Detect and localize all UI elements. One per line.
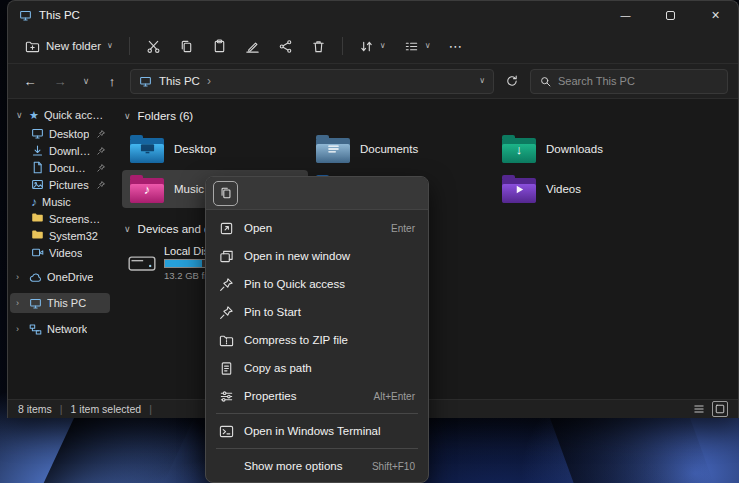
folders-group-header[interactable]: ∨ Folders (6) (124, 107, 738, 125)
properties-icon (219, 389, 234, 404)
cut-button[interactable] (139, 34, 168, 59)
refresh-icon (505, 74, 519, 88)
chevron-down-icon: ∨ (124, 225, 131, 234)
copy-icon (179, 39, 194, 54)
down-arrow-glyph: ↓ (502, 135, 536, 163)
sidebar-item-this-pc[interactable]: › This PC (10, 293, 110, 313)
copy-icon (219, 186, 233, 200)
minimize-button[interactable]: — (603, 1, 648, 29)
sidebar-item-videos[interactable]: Videos (10, 244, 110, 261)
sidebar-item-pictures[interactable]: Pictures (10, 176, 110, 193)
menu-item-open-in-windows-terminal[interactable]: Open in Windows Terminal (210, 417, 424, 445)
sidebar-item-screenshots[interactable]: Screenshots (10, 210, 110, 227)
sidebar-item-documents[interactable]: Documents (10, 159, 110, 176)
sort-button[interactable]: ∨ (352, 34, 393, 59)
copy-button[interactable] (172, 34, 201, 59)
more-options-button[interactable]: ⋯ (442, 33, 471, 59)
folder-name: Videos (546, 183, 581, 195)
address-bar[interactable]: This PC › ∨ (130, 69, 494, 94)
view-icon (404, 39, 419, 54)
search-icon (539, 75, 552, 88)
menu-separator (216, 413, 418, 414)
close-icon: × (711, 7, 719, 23)
menu-item-label: Properties (244, 390, 296, 402)
sidebar-item-downloads[interactable]: Downloads (10, 142, 110, 159)
menu-item-label: Open (244, 222, 272, 234)
chevron-right-icon[interactable]: › (16, 324, 24, 334)
close-button[interactable]: × (693, 1, 738, 29)
paste-icon (212, 39, 227, 54)
sidebar-item-network[interactable]: › Network (10, 319, 110, 339)
music-note-glyph: ♪ (130, 175, 164, 203)
monitor-icon (31, 127, 44, 140)
folder-name: Desktop (174, 143, 216, 155)
breadcrumb[interactable]: This PC (159, 75, 200, 87)
sidebar-item-label: Quick access (44, 109, 106, 121)
context-menu: Open Enter Open in new window Pin to Qui… (205, 176, 429, 483)
delete-button[interactable] (304, 34, 333, 59)
menu-icon-spacer (219, 459, 234, 474)
menu-item-open[interactable]: Open Enter (210, 214, 424, 242)
folder-name: Music (174, 183, 204, 195)
copy-button[interactable] (213, 181, 238, 206)
capacity-fill (165, 260, 202, 267)
titlebar[interactable]: This PC — × (8, 1, 738, 29)
up-button[interactable]: ↑ (100, 69, 124, 93)
menu-item-shortcut: Shift+F10 (372, 461, 415, 472)
back-button[interactable]: ← (18, 69, 42, 93)
chevron-right-icon[interactable]: › (16, 298, 24, 308)
folder-tile-documents[interactable]: Documents (308, 130, 494, 168)
sidebar-item-label: System32 (49, 230, 98, 242)
chevron-down-icon: ∨ (107, 42, 113, 50)
large-icons-view-button[interactable] (712, 401, 728, 417)
back-icon: ← (24, 74, 37, 89)
chevron-down-icon: ∨ (124, 112, 131, 121)
address-dropdown-icon[interactable]: ∨ (479, 77, 485, 85)
menu-item-compress-to-zip[interactable]: Compress to ZIP file (210, 326, 424, 354)
rename-button[interactable] (238, 34, 267, 59)
videos-folder-icon (502, 175, 536, 203)
pin-icon (96, 180, 106, 190)
folder-tile-desktop[interactable]: Desktop (122, 130, 308, 168)
navigation-bar: ← → ∨ ↑ This PC › ∨ (8, 64, 738, 99)
sidebar-item-system32[interactable]: System32 (10, 227, 110, 244)
chevron-down-icon[interactable]: ∨ (16, 110, 24, 120)
context-menu-quick-actions (206, 177, 428, 210)
sidebar-item-label: Screenshots (49, 213, 106, 225)
details-view-button[interactable] (692, 402, 706, 416)
sidebar-item-label: Network (47, 323, 87, 335)
menu-item-open-in-new-window[interactable]: Open in new window (210, 242, 424, 270)
copy-path-icon (219, 361, 234, 376)
view-button[interactable]: ∨ (397, 34, 438, 59)
refresh-button[interactable] (500, 69, 524, 93)
new-folder-button[interactable]: New folder ∨ (18, 34, 120, 59)
folder-tile-videos[interactable]: Videos (494, 170, 680, 208)
this-pc-icon (19, 9, 32, 22)
network-icon (29, 323, 42, 336)
recent-locations-button[interactable]: ∨ (78, 69, 94, 93)
folder-tile-downloads[interactable]: ↓ Downloads (494, 130, 680, 168)
menu-item-pin-to-quick-access[interactable]: Pin to Quick access (210, 270, 424, 298)
share-button[interactable] (271, 34, 300, 59)
chevron-right-icon[interactable]: › (16, 272, 24, 282)
folder-icon (31, 211, 44, 226)
status-divider: | (149, 403, 152, 415)
paste-button[interactable] (205, 34, 234, 59)
menu-item-copy-as-path[interactable]: Copy as path (210, 354, 424, 382)
maximize-button[interactable] (648, 1, 693, 29)
maximize-icon (666, 11, 675, 20)
forward-button[interactable]: → (48, 69, 72, 93)
window-title: This PC (39, 9, 80, 21)
menu-item-show-more-options[interactable]: Show more options Shift+F10 (210, 452, 424, 480)
downloads-folder-icon: ↓ (502, 135, 536, 163)
menu-item-properties[interactable]: Properties Alt+Enter (210, 382, 424, 410)
menu-item-pin-to-start[interactable]: Pin to Start (210, 298, 424, 326)
sidebar-item-music[interactable]: ♪ Music (10, 193, 110, 210)
sidebar-item-desktop[interactable]: Desktop (10, 125, 110, 142)
breadcrumb-chevron-icon[interactable]: › (207, 74, 211, 88)
desktop-folder-icon (130, 135, 164, 163)
search-input[interactable] (558, 75, 719, 87)
search-box[interactable] (530, 69, 728, 94)
sidebar-item-onedrive[interactable]: › OneDrive (10, 267, 110, 287)
sidebar-item-quick-access[interactable]: ∨ ★ Quick access (10, 105, 110, 125)
